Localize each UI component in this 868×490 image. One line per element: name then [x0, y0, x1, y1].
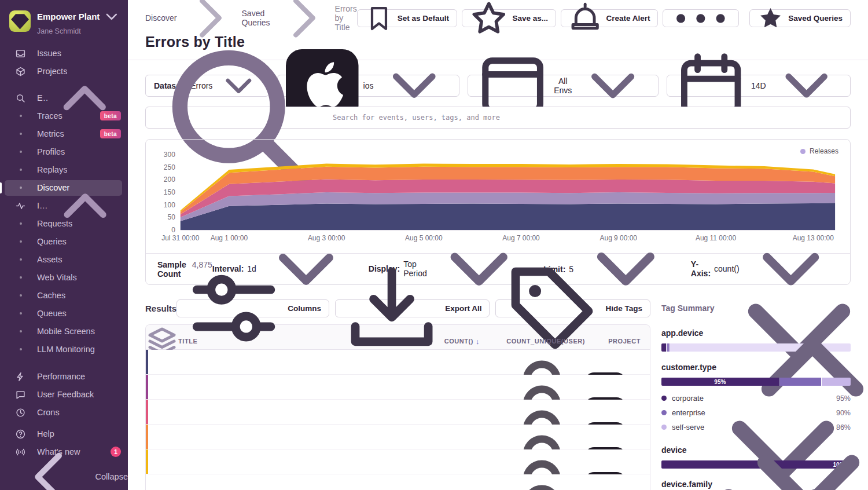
releases-legend-dot [800, 149, 806, 154]
insights-icon [16, 201, 25, 211]
table-row[interactable]: EmpowerPlant.SampleError: happyCustomer … [146, 474, 650, 490]
user-icon [499, 474, 585, 490]
sidebar-item-queues[interactable]: Queues [0, 305, 128, 323]
series-color-bar [146, 425, 148, 449]
sidebar-item-llm-monitoring[interactable]: LLM Monitoring [0, 341, 128, 359]
breadcrumb-discover[interactable]: Discover [145, 13, 176, 23]
results-heading: Results [145, 303, 176, 313]
table-row[interactable]: EXC_BAD_INSTRUCTION: captureFatalError: … [146, 425, 650, 449]
button-label: Hide Tags [606, 304, 643, 313]
sidebar-item-user-feedback[interactable]: User Feedback [0, 386, 128, 404]
sidebar-item-explore[interactable]: Explore [0, 89, 128, 107]
columns-button[interactable]: Columns [176, 299, 329, 317]
export-all-button[interactable]: Export All [335, 299, 490, 317]
svg-text:300: 300 [164, 151, 175, 159]
bullet-icon [20, 312, 22, 315]
set-as-default-button[interactable]: Set as Default [357, 9, 457, 27]
svg-text:150: 150 [164, 188, 175, 196]
table-body: HTTPClientError: HTTP Client Error with … [146, 350, 650, 490]
sidebar-item-label: Web Vitals [37, 273, 77, 282]
collapse-button[interactable]: Collapse [0, 463, 128, 490]
sidebar-item-label: Queries [37, 237, 67, 246]
button-label: Set as Default [398, 14, 449, 23]
project-column-header[interactable]: PROJECT [585, 338, 650, 345]
tag-name: app.device [661, 328, 703, 338]
sidebar-item-what-s-new[interactable]: What's new1 [0, 443, 128, 461]
more-button[interactable] [663, 9, 739, 27]
bullet-icon [20, 330, 22, 332]
bullet-icon [20, 258, 22, 261]
sidebar: Empower Plant Jane Schmidt IssuesProject… [0, 0, 128, 490]
sidebar-item-label: Assets [37, 255, 62, 264]
title-column-header[interactable]: TITLE [178, 338, 417, 345]
svg-text:Aug 5 00:00: Aug 5 00:00 [405, 234, 443, 242]
tag-value-dot [661, 425, 667, 430]
sidebar-item-crons[interactable]: Crons [0, 404, 128, 422]
tag-value-dot [661, 410, 667, 415]
table-row[interactable]: EmpowerPlant.SampleError: bestDeveloper … [146, 449, 650, 474]
sidebar-item-label: Crons [37, 408, 60, 417]
results-bar: Results ColumnsExport AllHide Tags [145, 299, 650, 317]
sidebar-item-label: Requests [37, 219, 72, 228]
sidebar-item-web-vitals[interactable]: Web Vitals [0, 269, 128, 287]
bullet-icon [20, 115, 22, 117]
sidebar-item-insights[interactable]: Insights [0, 197, 128, 215]
table-row[interactable]: My Custom exeption: User clicked the but… [146, 375, 650, 400]
saved-queries-button[interactable]: Saved Queries [749, 9, 851, 27]
sidebar-item-profiles[interactable]: Profiles [0, 143, 128, 161]
count-column-header[interactable]: COUNT()↓ [417, 337, 481, 346]
table-row[interactable]: App Hanging: App hanging for at least 20… [146, 400, 650, 425]
sidebar-item-caches[interactable]: Caches [0, 287, 128, 305]
help-icon [16, 429, 25, 439]
performance-icon [16, 372, 25, 382]
svg-text:Aug 1 00:00: Aug 1 00:00 [211, 234, 248, 242]
environment-filter[interactable]: All Envs [468, 75, 659, 97]
date-range-filter[interactable]: 14D [667, 75, 851, 97]
breadcrumb-saved-queries[interactable]: Saved Queries [242, 9, 270, 27]
errors-over-time-chart[interactable]: 050100150200250300Jul 31 00:00Aug 1 00:0… [147, 145, 849, 253]
series-color-bar [146, 449, 148, 474]
chevron-up-icon [49, 170, 121, 242]
org-name: Empower Plant [37, 12, 100, 21]
svg-text:Aug 13 00:00: Aug 13 00:00 [793, 234, 834, 242]
save-as-button[interactable]: Save as... [462, 9, 556, 27]
sidebar-item-performance[interactable]: Performance [0, 368, 128, 386]
chart-legend[interactable]: Releases [800, 147, 838, 155]
projects-icon [16, 67, 25, 76]
series-color-bar [146, 375, 148, 399]
feedback-icon [16, 390, 25, 400]
breadcrumb-errors-by-title: Errors by Title [335, 4, 357, 32]
sidebar-item-label: Queues [37, 309, 67, 318]
org-switcher[interactable]: Empower Plant Jane Schmidt [0, 0, 128, 40]
crons-icon [16, 408, 25, 418]
button-label: Saved Queries [788, 14, 843, 23]
sidebar-nav: IssuesProjectsExploreTracesbetaMetricsbe… [0, 40, 128, 463]
sidebar-item-label: Caches [37, 291, 65, 300]
tag-sections: app.device0baebc0de4982f1255f2e9e9fb7…cu… [661, 326, 851, 490]
explore-icon [16, 93, 25, 103]
sidebar-item-label: User Feedback [37, 390, 94, 399]
sidebar-item-label: Issues [37, 49, 61, 58]
series-color-bar [146, 400, 148, 424]
sidebar-item-mobile-screens[interactable]: Mobile Screens [0, 323, 128, 341]
star-filled-icon [757, 5, 784, 31]
bullet-icon [20, 169, 22, 171]
hide-tags-button[interactable]: Hide Tags [495, 299, 650, 317]
sidebar-item-assets[interactable]: Assets [0, 251, 128, 269]
bullet-icon [20, 151, 22, 153]
svg-text:200: 200 [164, 175, 175, 184]
sidebar-item-issues[interactable]: Issues [0, 45, 128, 63]
count-unique-cell: 271 [481, 474, 585, 490]
search-input[interactable] [332, 113, 843, 122]
tag-name: device [661, 445, 687, 455]
create-alert-button[interactable]: Create Alert [561, 9, 658, 27]
bullet-icon [20, 133, 22, 135]
table-row[interactable]: HTTPClientError: HTTP Client Error with … [146, 350, 650, 375]
bullet-icon [20, 187, 22, 189]
sidebar-item-help[interactable]: Help [0, 425, 128, 443]
app-root: Empower Plant Jane Schmidt IssuesProject… [0, 0, 868, 490]
count-unique-column-header[interactable]: COUNT_UNIQUE(USER) [481, 338, 585, 345]
button-label: Create Alert [606, 14, 650, 23]
tag-summary-panel: Tag Summary app.device0baebc0de4982f1255… [661, 299, 851, 490]
bullet-icon [20, 294, 22, 297]
